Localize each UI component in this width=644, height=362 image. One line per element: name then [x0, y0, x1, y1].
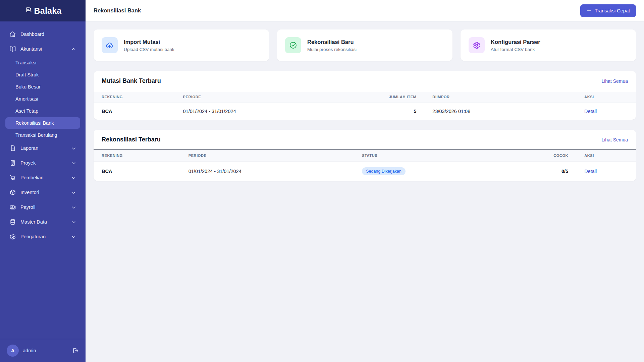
mutasi-bank-section: Mutasi Bank Terbaru Lihat Semua REKENING… [94, 71, 636, 120]
database-icon [9, 219, 16, 225]
chevron-down-icon [71, 190, 76, 195]
balaka-logo-icon [24, 6, 33, 15]
sidebar-item-label: Payroll [20, 204, 35, 210]
username: admin [23, 348, 36, 353]
sidebar-item-dashboard[interactable]: Dashboard [5, 27, 80, 41]
sidebar-item-label: Dashboard [20, 32, 44, 37]
rekonsiliasi-baru-card[interactable]: Rekonsiliasi Baru Mulai proses rekonsili… [277, 29, 452, 61]
chevron-down-icon [71, 220, 76, 225]
column-header: JUMLAH ITEM [321, 91, 424, 103]
table-row: BCA 01/01/2024 - 31/01/2024 Sedang Diker… [94, 162, 636, 181]
plus-icon [586, 8, 592, 13]
section-title: Mutasi Bank Terbaru [102, 77, 161, 84]
periode-cell: 01/01/2024 - 31/01/2024 [180, 162, 354, 181]
column-header: COCOK [489, 150, 576, 162]
sidebar-item-pembelian[interactable]: Pembelian [5, 171, 80, 184]
cocok-cell: 0/5 [489, 162, 576, 181]
column-header: PERIODE [180, 150, 354, 162]
diimpor-cell: 23/03/2026 01:08 [424, 103, 576, 120]
sidebar-item-inventori[interactable]: Inventori [5, 186, 80, 199]
transaksi-cepat-button[interactable]: Transaksi Cepat [580, 4, 636, 17]
sidebar-item-label: Inventori [20, 190, 39, 195]
book-open-icon [9, 46, 16, 52]
status-cell: Sedang Dikerjakan [354, 162, 489, 181]
mutasi-bank-table: REKENING PERIODE JUMLAH ITEM DIIMPOR AKS… [94, 91, 636, 120]
import-mutasi-card[interactable]: Import Mutasi Upload CSV mutasi bank [94, 29, 269, 61]
sidebar-item-label: Pengaturan [20, 234, 46, 239]
sidebar-item-payroll[interactable]: Payroll [5, 200, 80, 214]
card-text: Konfigurasi Parser Atur format CSV bank [491, 39, 540, 52]
app-name: Balaka [34, 6, 62, 16]
cloud-upload-icon [102, 37, 118, 53]
cube-icon [9, 189, 16, 196]
logo: Balaka [0, 0, 86, 21]
column-header: AKSI [576, 150, 636, 162]
chevron-down-icon [71, 205, 76, 210]
main-area: Rekonsiliasi Bank Transaksi Cepat Import… [86, 0, 644, 362]
card-title: Rekonsiliasi Baru [307, 39, 357, 45]
sidebar-item-laporan[interactable]: Laporan [5, 141, 80, 155]
detail-link[interactable]: Detail [584, 109, 597, 114]
sidebar-item-draft-struk[interactable]: Draft Struk [5, 69, 80, 80]
column-header: REKENING [94, 150, 180, 162]
section-header: Mutasi Bank Terbaru Lihat Semua [94, 71, 636, 91]
sidebar-item-akuntansi[interactable]: Akuntansi [5, 42, 80, 56]
column-header: REKENING [94, 91, 175, 103]
rekonsiliasi-table: REKENING PERIODE STATUS COCOK AKSI BCA 0… [94, 149, 636, 181]
building-icon [9, 160, 16, 166]
detail-link[interactable]: Detail [584, 169, 597, 174]
logout-icon[interactable] [72, 347, 79, 354]
periode-cell: 01/01/2024 - 31/01/2024 [175, 103, 322, 120]
sidebar-item-amortisasi[interactable]: Amortisasi [5, 93, 80, 105]
sidebar-item-label: Laporan [20, 145, 38, 151]
sidebar-item-rekonsiliasi-bank[interactable]: Rekonsiliasi Bank [5, 117, 80, 129]
rekening-cell: BCA [94, 162, 180, 181]
top-bar: Rekonsiliasi Bank Transaksi Cepat [86, 0, 644, 21]
avatar: A [7, 345, 19, 357]
card-text: Import Mutasi Upload CSV mutasi bank [124, 39, 174, 52]
sidebar-item-pengaturan[interactable]: Pengaturan [5, 230, 80, 243]
sidebar-item-transaksi-berulang[interactable]: Transaksi Berulang [5, 129, 80, 141]
sidebar-item-aset-tetap[interactable]: Aset Tetap [5, 105, 80, 117]
lihat-semua-link[interactable]: Lihat Semua [601, 78, 628, 84]
column-header: PERIODE [175, 91, 322, 103]
sidebar-item-label: Proyek [20, 160, 36, 166]
chevron-down-icon [71, 175, 76, 180]
transaksi-cepat-label: Transaksi Cepat [595, 8, 630, 13]
card-title: Import Mutasi [124, 39, 174, 45]
sidebar-nav: Dashboard Akuntansi Transaksi Draft Stru… [0, 21, 86, 339]
konfigurasi-parser-card[interactable]: Konfigurasi Parser Atur format CSV bank [461, 29, 636, 61]
home-icon [9, 31, 16, 38]
user-bar: A admin [0, 339, 86, 362]
table-header-row: REKENING PERIODE STATUS COCOK AKSI [94, 150, 636, 162]
column-header: DIIMPOR [424, 91, 576, 103]
rekening-cell: BCA [94, 103, 175, 120]
sidebar-item-master-data[interactable]: Master Data [5, 215, 80, 229]
lihat-semua-link[interactable]: Lihat Semua [601, 137, 628, 142]
sidebar: Balaka Dashboard Akuntansi Transaksi Dra… [0, 0, 86, 362]
chevron-down-icon [71, 161, 76, 166]
card-subtitle: Upload CSV mutasi bank [124, 47, 174, 52]
sidebar-item-proyek[interactable]: Proyek [5, 156, 80, 170]
sidebar-item-label: Pembelian [20, 175, 44, 180]
gear-icon [469, 37, 485, 53]
card-subtitle: Mulai proses rekonsiliasi [307, 47, 357, 52]
sidebar-item-transaksi[interactable]: Transaksi [5, 57, 80, 68]
content: Import Mutasi Upload CSV mutasi bank Rek… [86, 21, 644, 362]
section-header: Rekonsiliasi Terbaru Lihat Semua [94, 130, 636, 149]
status-badge: Sedang Dikerjakan [362, 167, 406, 175]
card-title: Konfigurasi Parser [491, 39, 540, 45]
card-subtitle: Atur format CSV bank [491, 47, 540, 52]
gear-icon [9, 233, 16, 240]
report-icon [9, 145, 16, 152]
jumlah-item-cell: 5 [321, 103, 424, 120]
sidebar-item-label: Master Data [20, 219, 47, 225]
cart-icon [9, 174, 16, 181]
sidebar-item-buku-besar[interactable]: Buku Besar [5, 81, 80, 93]
table-header-row: REKENING PERIODE JUMLAH ITEM DIIMPOR AKS… [94, 91, 636, 103]
rekonsiliasi-section: Rekonsiliasi Terbaru Lihat Semua REKENIN… [94, 130, 636, 181]
column-header: AKSI [576, 91, 636, 103]
card-text: Rekonsiliasi Baru Mulai proses rekonsili… [307, 39, 357, 52]
table-row: BCA 01/01/2024 - 31/01/2024 5 23/03/2026… [94, 103, 636, 120]
action-cards: Import Mutasi Upload CSV mutasi bank Rek… [94, 29, 636, 61]
